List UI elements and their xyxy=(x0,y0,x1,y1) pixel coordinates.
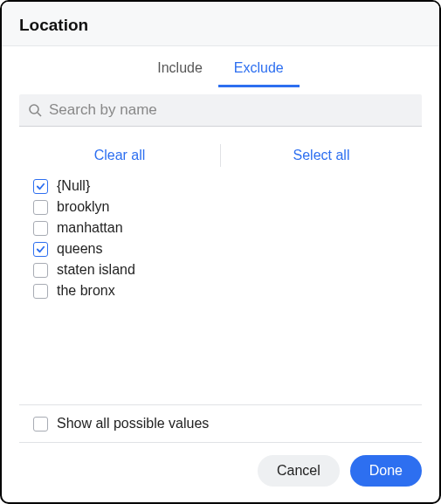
item-label: staten island xyxy=(57,262,135,278)
item-label: brooklyn xyxy=(57,199,109,215)
list-item: queens xyxy=(33,238,422,259)
item-checkbox[interactable] xyxy=(33,284,48,299)
list-item: the bronx xyxy=(33,280,422,301)
dialog-footer: Cancel Done xyxy=(2,443,439,502)
item-label: the bronx xyxy=(57,283,115,299)
item-label: queens xyxy=(57,241,103,257)
search-box[interactable] xyxy=(19,94,422,127)
item-checkbox[interactable] xyxy=(33,179,48,194)
clear-all-wrap: Clear all xyxy=(19,144,220,167)
dialog-header: Location xyxy=(2,2,439,46)
check-icon xyxy=(36,182,45,191)
item-checkbox[interactable] xyxy=(33,200,48,215)
cancel-button[interactable]: Cancel xyxy=(258,455,340,487)
select-all-link[interactable]: Select all xyxy=(293,148,350,162)
tab-include[interactable]: Include xyxy=(141,52,218,87)
options-list: {Null}brooklynmanhattanqueensstaten isla… xyxy=(2,176,439,404)
search-icon xyxy=(28,103,42,117)
tabs: Include Exclude xyxy=(2,46,439,87)
clear-all-link[interactable]: Clear all xyxy=(94,148,146,162)
item-label: manhattan xyxy=(57,220,123,236)
svg-point-0 xyxy=(30,105,38,114)
bulk-actions: Clear all Select all xyxy=(19,144,422,167)
tab-exclude[interactable]: Exclude xyxy=(218,52,300,87)
item-checkbox[interactable] xyxy=(33,242,48,257)
list-item: staten island xyxy=(33,259,422,280)
list-item: brooklyn xyxy=(33,197,422,217)
item-checkbox[interactable] xyxy=(33,263,48,278)
list-item: manhattan xyxy=(33,217,422,238)
search-container xyxy=(2,87,439,132)
item-label: {Null} xyxy=(57,178,90,194)
item-checkbox[interactable] xyxy=(33,221,48,236)
list-item: {Null} xyxy=(33,176,422,197)
search-input[interactable] xyxy=(49,101,413,119)
dialog-title: Location xyxy=(19,16,422,35)
select-all-wrap: Select all xyxy=(221,144,422,167)
done-button[interactable]: Done xyxy=(350,455,422,487)
svg-line-1 xyxy=(38,113,41,116)
show-all-label: Show all possible values xyxy=(57,416,209,432)
show-all-row: Show all possible values xyxy=(2,405,439,442)
show-all-checkbox[interactable] xyxy=(33,417,48,432)
check-icon xyxy=(36,245,45,254)
